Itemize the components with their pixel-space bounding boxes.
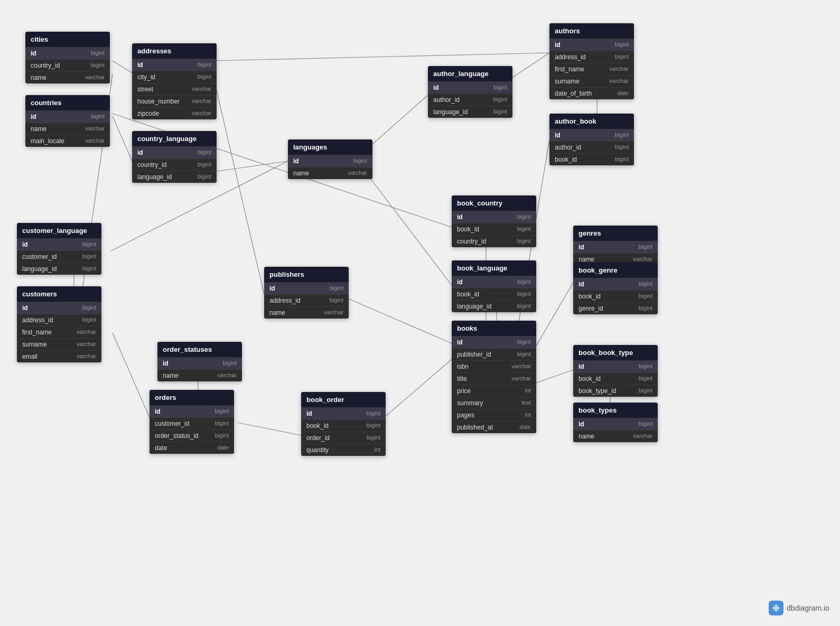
field-orders-id: idbigint [150,405,234,417]
field-authors-first_name: first_namevarchar [549,63,634,75]
table-book_genre[interactable]: book_genreidbigintbook_idbigintgenre_idb… [573,263,658,314]
field-type: bigint [517,351,531,358]
field-customers-first_name: first_namevarchar [17,326,101,338]
field-book_language-language_id: language_idbigint [452,300,536,312]
svg-line-5 [510,53,549,79]
field-type: bigint [198,73,211,81]
field-type: bigint [517,278,531,286]
field-country_language-language_id: language_idbigint [132,171,217,183]
field-type: int [525,387,531,395]
table-orders[interactable]: ordersidbigintcustomer_idbigintorder_sta… [150,390,234,454]
table-customers[interactable]: customersidbigintaddress_idbigintfirst_n… [17,286,101,362]
table-genres[interactable]: genresidbigintnamevarchar [573,226,658,265]
table-author_language[interactable]: author_languageidbigintauthor_idbigintla… [428,66,512,118]
field-name: book_id [578,375,601,382]
field-book_country-id: idbigint [452,211,536,223]
field-languages-id: idbigint [288,155,372,167]
table-book_order[interactable]: book_orderidbigintbook_idbigintorder_idb… [301,392,386,456]
svg-line-4 [359,164,452,285]
table-languages[interactable]: languagesidbigintnamevarchar [288,139,372,179]
field-name: customer_id [155,420,189,427]
table-cities[interactable]: citiesidbigintcountry_idbigintnamevarcha… [25,32,110,83]
table-countries[interactable]: countriesidbigintnamevarcharmain_localev… [25,95,110,147]
field-type: int [525,412,531,419]
field-type: bigint [198,61,211,69]
field-genres-id: idbigint [573,241,658,253]
field-order_statuses-name: namevarchar [157,369,242,381]
field-name: id [137,61,143,69]
table-book_book_type[interactable]: book_book_typeidbigintbook_idbigintbook_… [573,345,658,397]
field-country_language-id: idbigint [132,146,217,158]
field-name: street [137,86,153,93]
table-book_country[interactable]: book_countryidbigintbook_idbigintcountry… [452,195,536,247]
table-customer_language[interactable]: customer_languageidbigintcustomer_idbigi… [17,223,101,275]
field-type: bigint [517,238,531,245]
field-name: title [457,375,467,382]
field-name: name [31,74,46,81]
field-type: bigint [223,360,237,367]
table-authors[interactable]: authorsidbigintaddress_idbigintfirst_nam… [549,23,634,99]
field-addresses-city_id: city_idbigint [132,71,217,83]
field-name: isbn [457,363,469,370]
table-book_types[interactable]: book_typesidbigintnamevarchar [573,403,658,442]
table-country_language[interactable]: country_languageidbigintcountry_idbigint… [132,131,217,183]
field-author_book-book_id: book_idbigint [549,153,634,165]
table-order_statuses[interactable]: order_statusesidbigintnamevarchar [157,342,242,381]
logo-text: dbdiagram.io [787,604,829,612]
field-books-id: idbigint [452,336,536,348]
field-type: bigint [82,316,96,324]
table-header-customers: customers [17,286,101,302]
svg-line-7 [214,53,549,61]
logo-icon [769,601,783,615]
field-name: published_at [457,424,493,431]
field-type: bigint [517,213,531,221]
field-type: bigint [215,420,229,427]
field-type: bigint [330,285,343,292]
field-books-publisher_id: publisher_idbigint [452,348,536,360]
field-name: address_id [22,316,53,324]
field-authors-date_of_birth: date_of_birthdate [549,87,634,99]
field-name: id [433,84,439,91]
field-type: bigint [493,108,507,116]
field-name: book_id [457,226,479,233]
field-name: language_id [433,108,468,116]
table-header-book_genre: book_genre [573,263,658,278]
field-name: id [578,421,584,428]
table-publishers[interactable]: publishersidbigintaddress_idbigintnameva… [264,267,349,319]
table-header-book_language: book_language [452,260,536,276]
field-book_language-book_id: book_idbigint [452,288,536,300]
table-header-authors: authors [549,23,634,39]
field-type: varchar [77,353,96,360]
logo: dbdiagram.io [769,601,829,615]
field-type: bigint [215,408,229,415]
field-name: name [578,433,594,440]
table-header-country_language: country_language [132,131,217,146]
field-author_language-language_id: language_idbigint [428,106,512,118]
field-books-price: priceint [452,385,536,397]
field-name: first_name [22,329,52,336]
field-name: id [578,363,584,370]
field-languages-name: namevarchar [288,167,372,179]
field-type: bigint [82,253,96,260]
field-type: varchar [511,363,531,370]
field-addresses-street: streetvarchar [132,83,217,95]
field-type: bigint [91,50,105,57]
field-type: varchar [192,110,211,117]
table-book_language[interactable]: book_languageidbigintbook_idbigintlangua… [452,260,536,312]
field-type: bigint [517,291,531,298]
field-name: book_id [578,293,601,300]
field-name: surname [22,341,47,348]
field-name: date [155,444,167,452]
field-name: id [155,408,161,415]
table-author_book[interactable]: author_bookidbigintauthor_idbigintbook_i… [549,114,634,165]
table-header-order_statuses: order_statuses [157,342,242,357]
field-type: bigint [493,84,507,91]
table-addresses[interactable]: addressesidbigintcity_idbigintstreetvarc… [132,43,217,119]
field-books-isbn: isbnvarchar [452,360,536,372]
field-author_language-id: idbigint [428,81,512,94]
field-book_order-book_id: book_idbigint [301,419,386,432]
table-books[interactable]: booksidbigintpublisher_idbigintisbnvarch… [452,321,536,433]
field-name: id [22,241,28,248]
field-type: bigint [91,113,105,120]
field-name: book_type_id [578,387,616,395]
